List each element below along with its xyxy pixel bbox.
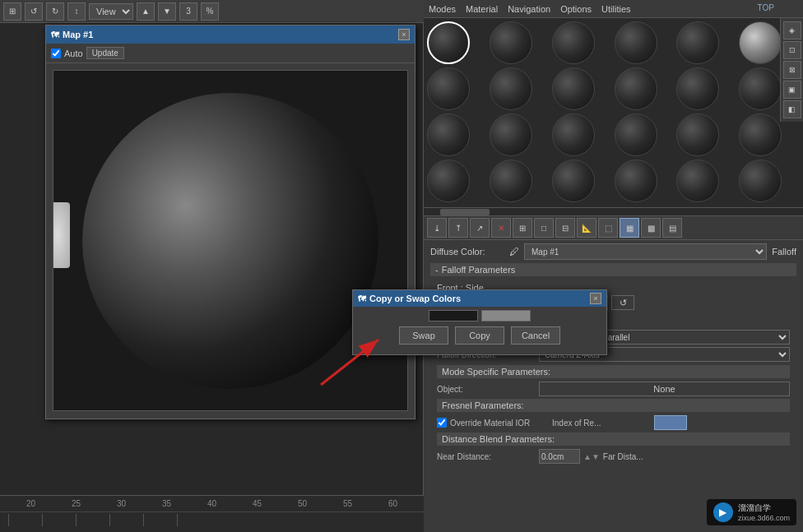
dialog-color-swatch-dark: [429, 310, 478, 322]
undo-btn[interactable]: ↺: [611, 295, 634, 310]
toolbar-btn-5[interactable]: ▲: [137, 2, 155, 21]
material-ball-16[interactable]: [615, 113, 657, 156]
map-dropdown[interactable]: Map #1: [524, 243, 767, 260]
toolbar-btn-6[interactable]: ▼: [158, 2, 176, 21]
ruler-25: 25: [72, 499, 81, 508]
toolbar-btn-1[interactable]: ⊞: [3, 2, 21, 21]
dialog-titlebar: 🗺 Copy or Swap Colors ×: [353, 290, 606, 307]
material-ball-10[interactable]: [615, 67, 657, 110]
map-title-text: Map #1: [63, 30, 93, 39]
menu-navigation[interactable]: Navigation: [508, 4, 550, 14]
ior-value[interactable]: [654, 415, 687, 430]
material-ball-13[interactable]: [427, 113, 470, 156]
mat-tool-12[interactable]: ▤: [662, 218, 682, 238]
right-icon-1[interactable]: ◈: [783, 21, 801, 39]
right-icon-5[interactable]: ◧: [783, 100, 801, 118]
swap-button[interactable]: Swap: [399, 326, 448, 345]
map-window-toolbar: Auto Update: [46, 44, 415, 63]
ruler-numbers: 20 25 30 35 40 45 50 55 60: [0, 496, 424, 511]
diffuse-label: Diffuse Color:: [430, 247, 504, 257]
material-ball-1[interactable]: [427, 21, 470, 64]
material-ball-14[interactable]: [490, 113, 532, 156]
material-ball-5[interactable]: [676, 21, 719, 64]
cancel-button[interactable]: Cancel: [511, 326, 560, 345]
toolbar-btn-8[interactable]: %: [201, 2, 219, 21]
ruler-50: 50: [298, 499, 307, 508]
near-stepper[interactable]: ▲▼: [583, 452, 600, 461]
mat-tool-put[interactable]: ⤒: [448, 218, 468, 238]
right-icon-2[interactable]: ⊡: [783, 41, 801, 59]
right-icon-3[interactable]: ⊠: [783, 61, 801, 79]
section-minus[interactable]: -: [435, 265, 439, 275]
material-ball-12[interactable]: [739, 67, 782, 110]
material-ball-17[interactable]: [676, 113, 719, 156]
material-ball-15[interactable]: [552, 113, 595, 156]
map-window-titlebar: 🗺 Map #1 ×: [46, 25, 415, 44]
menu-options[interactable]: Options: [560, 4, 592, 14]
ruler-20: 20: [26, 499, 35, 508]
mat-tool-6[interactable]: □: [534, 218, 554, 238]
material-ball-20[interactable]: [490, 160, 532, 202]
material-ball-3[interactable]: [552, 21, 595, 64]
auto-label: Auto: [64, 49, 83, 58]
dialog-title: 🗺 Copy or Swap Colors: [358, 294, 461, 303]
material-grid-scrollbar[interactable]: [424, 207, 803, 215]
object-value[interactable]: None: [539, 382, 790, 396]
eyedropper-icon[interactable]: 🖊: [509, 246, 519, 257]
ruler-30: 30: [117, 499, 126, 508]
menu-modes[interactable]: Modes: [429, 4, 456, 14]
material-ball-21[interactable]: [552, 160, 595, 202]
mat-tool-9[interactable]: ⬚: [598, 218, 618, 238]
dialog-close-btn[interactable]: ×: [590, 293, 601, 304]
map-window: 🗺 Map #1 × Auto Update: [45, 25, 415, 419]
toolbar-btn-3[interactable]: ↻: [46, 2, 64, 21]
mat-tool-11[interactable]: ▩: [641, 218, 661, 238]
mat-tool-8[interactable]: 📐: [577, 218, 596, 238]
material-ball-6[interactable]: [739, 21, 782, 64]
ruler-35: 35: [162, 499, 171, 508]
override-ior-checkbox[interactable]: [437, 418, 447, 428]
dialog-color-swatch-light: [481, 310, 531, 322]
material-toolbar: ⤓ ⤒ ↗ ✕ ⊞ □ ⊟ 📐 ⬚ ▦ ▩ ▤: [424, 215, 803, 240]
watermark-text: 溜溜自学 zixue.3d66.com: [738, 502, 790, 522]
material-ball-18[interactable]: [739, 113, 782, 156]
toolbar-btn-4[interactable]: ↕: [67, 2, 86, 21]
material-ball-8[interactable]: [490, 67, 532, 110]
mat-tool-7[interactable]: ⊟: [555, 218, 575, 238]
right-icon-4[interactable]: ▣: [783, 81, 801, 99]
menu-material[interactable]: Material: [466, 4, 498, 14]
near-distance-input[interactable]: 0.0cm: [539, 449, 580, 464]
toolbar-btn-2[interactable]: ↺: [25, 2, 43, 21]
grid-line: [42, 514, 43, 526]
ruler-60: 60: [388, 499, 397, 508]
update-button[interactable]: Update: [86, 47, 124, 59]
mat-tool-5[interactable]: ⊞: [513, 218, 532, 238]
grid-line: [143, 514, 144, 526]
mat-tool-active[interactable]: ▦: [620, 218, 639, 238]
material-ball-23[interactable]: [676, 160, 719, 202]
grid-row: [0, 511, 424, 528]
grid-line: [109, 514, 110, 526]
material-ball-19[interactable]: [427, 160, 470, 202]
scroll-thumb[interactable]: [440, 209, 490, 215]
material-ball-2[interactable]: [490, 21, 532, 64]
material-ball-24[interactable]: [739, 160, 782, 202]
menu-utilities[interactable]: Utilities: [601, 4, 630, 14]
material-ball-9[interactable]: [552, 67, 595, 110]
material-ball-22[interactable]: [615, 160, 657, 202]
mat-tool-assign[interactable]: ↗: [470, 218, 490, 238]
mat-tool-delete[interactable]: ✕: [491, 218, 511, 238]
material-ball-7[interactable]: [427, 67, 470, 110]
view-dropdown[interactable]: View: [89, 3, 133, 20]
copy-swap-dialog: 🗺 Copy or Swap Colors × Swap Copy Cancel: [352, 289, 607, 355]
map-window-close-btn[interactable]: ×: [398, 29, 410, 40]
material-ball-4[interactable]: [615, 21, 657, 64]
near-distance-label: Near Distance:: [437, 452, 536, 461]
mat-tool-get[interactable]: ⤓: [427, 218, 447, 238]
material-ball-11[interactable]: [676, 67, 719, 110]
sphere-preview: [82, 93, 378, 389]
toolbar-btn-7[interactable]: 3: [179, 2, 197, 21]
auto-checkbox[interactable]: [51, 49, 61, 58]
copy-button[interactable]: Copy: [455, 326, 504, 345]
viewport-top-label: TOP: [758, 3, 774, 12]
